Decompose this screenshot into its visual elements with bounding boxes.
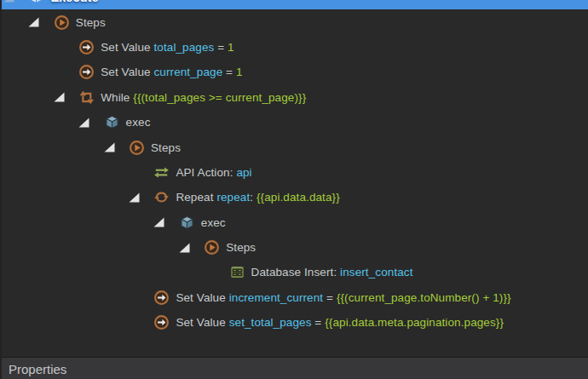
node-repeat[interactable]: Repeat repeat: {{api.data.data}}: [2, 185, 588, 210]
set-value-arrow-icon: [153, 290, 170, 306]
properties-panel-title: Properties: [9, 362, 66, 376]
node-label: Set Value total_pages = 1: [101, 41, 234, 54]
node-exec-2[interactable]: exec: [2, 210, 588, 235]
node-label: Steps: [151, 141, 181, 154]
node-api-action[interactable]: API Action: api: [2, 160, 588, 185]
node-label: Set Value increment_current = {{(current…: [176, 291, 510, 304]
expander-triangle-icon[interactable]: [129, 192, 140, 203]
node-execute[interactable]: Execute: [2, 0, 588, 9]
expander-triangle-icon[interactable]: [153, 217, 164, 227]
node-label: While {{(total_pages >= current_page)}}: [101, 91, 306, 104]
expander-triangle-icon[interactable]: [104, 142, 115, 152]
play-circle-icon: [54, 14, 70, 31]
repeat-circular-icon: [153, 189, 170, 205]
node-steps-2[interactable]: Steps: [2, 135, 588, 159]
node-set-value-total-pages[interactable]: Set Value total_pages = 1: [2, 35, 588, 60]
node-while[interactable]: While {{(total_pages >= current_page)}}: [2, 85, 588, 110]
while-loop-icon: [78, 89, 95, 106]
set-value-arrow-icon: [153, 314, 170, 330]
expander-triangle-icon[interactable]: [28, 17, 39, 27]
expander-triangle-icon[interactable]: [179, 243, 190, 253]
node-set-value-set-total-pages[interactable]: Set Value set_total_pages = {{api.data.m…: [2, 310, 588, 335]
play-circle-icon: [129, 140, 145, 156]
node-exec-1[interactable]: exec: [2, 110, 588, 135]
node-steps-1[interactable]: Steps: [2, 9, 588, 34]
expander-triangle-icon[interactable]: [54, 92, 65, 102]
set-value-arrow-icon: [78, 39, 95, 55]
node-label: API Action: api: [176, 166, 251, 179]
node-label: Set Value current_page = 1: [101, 66, 242, 78]
node-database-insert[interactable]: Database Insert: insert_contact: [2, 260, 588, 284]
node-label: Steps: [76, 16, 106, 29]
expander-triangle-icon[interactable]: [78, 118, 89, 128]
workflow-tree: Execute Steps Set Value total_pages = 1 …: [2, 0, 588, 361]
node-label: exec: [201, 216, 226, 229]
table-grid-icon: [229, 264, 245, 280]
play-circle-icon: [204, 239, 220, 256]
cube-blue-icon: [104, 114, 120, 130]
node-label: Repeat repeat: {{api.data.data}}: [176, 191, 339, 204]
properties-panel-header[interactable]: Properties: [2, 357, 588, 379]
cube-blue-icon: [179, 215, 195, 231]
workflow-editor: Execute Steps Set Value total_pages = 1 …: [0, 0, 588, 379]
cube-white-icon: [28, 0, 44, 5]
node-label: Set Value set_total_pages = {{api.data.m…: [176, 316, 504, 329]
node-label: Database Insert: insert_contact: [251, 266, 413, 279]
set-value-arrow-icon: [78, 64, 95, 80]
expander-triangle-icon[interactable]: [3, 0, 14, 3]
node-set-value-current-page[interactable]: Set Value current_page = 1: [2, 60, 588, 84]
node-label: exec: [126, 116, 151, 129]
swap-arrows-icon: [153, 164, 170, 181]
node-steps-3[interactable]: Steps: [2, 235, 588, 260]
node-label: Execute: [50, 0, 98, 4]
node-label: Steps: [226, 241, 256, 254]
node-set-value-increment-current[interactable]: Set Value increment_current = {{(current…: [2, 285, 588, 310]
